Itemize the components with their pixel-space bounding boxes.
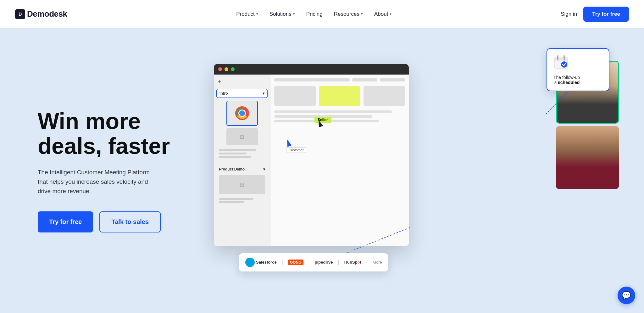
- content-bar: [380, 78, 405, 81]
- customer-cursor: Customer: [286, 139, 306, 153]
- salesforce-icon: [245, 258, 255, 267]
- chrome-logo-icon: [235, 106, 249, 120]
- logo-text: Demodesk: [27, 9, 67, 19]
- chevron-down-icon: ▾: [256, 12, 258, 16]
- pipedrive-text: pipedrive: [315, 260, 333, 265]
- chat-icon: 💬: [622, 291, 631, 300]
- more-integrations-text: More: [373, 260, 382, 265]
- hero-subtext: The Intelligent Customer Meeting Platfor…: [38, 168, 157, 196]
- chevron-icon: ▾: [263, 91, 264, 96]
- chevron-icon: ▾: [263, 167, 265, 171]
- browser-body: + Intro ▾ ⊞: [214, 75, 409, 246]
- sidebar-chrome-thumbnail: [226, 101, 258, 126]
- chat-widget-button[interactable]: 💬: [618, 287, 635, 304]
- browser-dot-red: [218, 67, 222, 71]
- nav-item-solutions[interactable]: Solutions ▾: [269, 11, 295, 17]
- integrations-bar: Salesforce | GONG | pipedrive | HubSpot …: [239, 253, 388, 271]
- customer-cursor-label: Customer: [286, 147, 306, 153]
- nav-actions: Sign in Try for free: [561, 7, 629, 22]
- hero-illustration: + Intro ▾ ⊞: [201, 51, 619, 290]
- nav-link-solutions[interactable]: Solutions ▾: [269, 11, 295, 17]
- followup-message: The follow-up is scheduled: [553, 75, 602, 85]
- content-bar: [352, 78, 377, 81]
- sidebar-demo-thumbnail: ⊞: [219, 175, 265, 194]
- hubspot-text: HubSpot: [344, 260, 361, 265]
- nav-item-resources[interactable]: Resources ▾: [334, 11, 363, 17]
- navbar: D Demodesk Product ▾ Solutions ▾ Pricing…: [0, 0, 644, 28]
- salesforce-text: Salesforce: [256, 260, 277, 265]
- nav-item-about[interactable]: About ▾: [374, 11, 391, 17]
- seller-cursor: [318, 120, 322, 127]
- gong-icon: GONG: [288, 260, 303, 265]
- person-man-bg: [556, 126, 619, 189]
- cursor-arrow-icon: [285, 139, 292, 147]
- followup-card: The follow-up is scheduled: [547, 48, 609, 91]
- sidebar-lines: [216, 147, 268, 161]
- hubspot-o: o: [358, 260, 360, 265]
- pipedrive-logo: pipedrive: [315, 260, 333, 265]
- browser-dot-yellow: [225, 67, 228, 71]
- nav-link-pricing[interactable]: Pricing: [306, 11, 323, 17]
- sidebar-item-demo: Product Demo ▾: [216, 165, 268, 173]
- svg-rect-3: [555, 57, 567, 61]
- nav-link-resources[interactable]: Resources ▾: [334, 11, 363, 17]
- hero-section: Win more deals, faster The Intelligent C…: [0, 28, 644, 313]
- hero-buttons: Try for free Talk to sales: [38, 211, 189, 232]
- content-cards-row: [274, 86, 405, 106]
- divider: |: [308, 260, 310, 265]
- try-free-button-hero[interactable]: Try for free: [38, 211, 93, 232]
- hero-headline: Win more deals, faster: [38, 109, 189, 159]
- video-panel-man: [556, 126, 619, 189]
- image-icon: ⊞: [240, 133, 244, 140]
- logo-icon: D: [15, 9, 25, 19]
- nav-links: Product ▾ Solutions ▾ Pricing Resources …: [236, 11, 391, 17]
- sidebar-add-icon: +: [216, 78, 268, 86]
- content-card-yellow: [319, 86, 360, 106]
- try-free-button-nav[interactable]: Try for free: [583, 7, 629, 22]
- content-top-bars: [274, 78, 405, 81]
- hero-left: Win more deals, faster The Intelligent C…: [38, 109, 189, 232]
- hubspot-logo: HubSpot: [344, 260, 361, 265]
- content-card-gray: [274, 86, 316, 106]
- sidebar-image-placeholder: ⊞: [226, 128, 258, 145]
- content-bar: [274, 78, 350, 81]
- chevron-down-icon: ▾: [390, 12, 391, 16]
- nav-link-about[interactable]: About ▾: [374, 11, 391, 17]
- sidebar-item-intro: Intro ▾: [216, 89, 268, 98]
- divider: |: [338, 260, 339, 265]
- nav-item-pricing[interactable]: Pricing: [306, 11, 323, 17]
- divider: |: [282, 260, 283, 265]
- gong-logo: GONG: [288, 260, 303, 265]
- divider: |: [366, 260, 368, 265]
- sign-in-button[interactable]: Sign in: [561, 11, 577, 17]
- content-bottom-bars: [274, 110, 405, 122]
- browser-window: + Intro ▾ ⊞: [214, 64, 409, 246]
- nav-item-product[interactable]: Product ▾: [236, 11, 258, 17]
- svg-point-6: [561, 61, 567, 68]
- browser-sidebar: + Intro ▾ ⊞: [214, 75, 270, 246]
- chevron-down-icon: ▾: [361, 12, 363, 16]
- person-man-placeholder: [556, 126, 619, 189]
- salesforce-logo: Salesforce: [245, 258, 277, 267]
- sidebar-demo-lines: [216, 196, 268, 207]
- calendar-icon: [553, 54, 602, 72]
- content-card-gray-2: [364, 86, 405, 106]
- image-icon: ⊞: [240, 181, 244, 188]
- browser-dot-green: [231, 67, 235, 71]
- browser-main-content: [270, 75, 409, 246]
- talk-to-sales-button[interactable]: Talk to sales: [99, 211, 161, 232]
- chevron-down-icon: ▾: [293, 12, 295, 16]
- logo[interactable]: D Demodesk: [15, 9, 67, 19]
- browser-topbar: [214, 64, 409, 75]
- nav-link-product[interactable]: Product ▾: [236, 11, 258, 17]
